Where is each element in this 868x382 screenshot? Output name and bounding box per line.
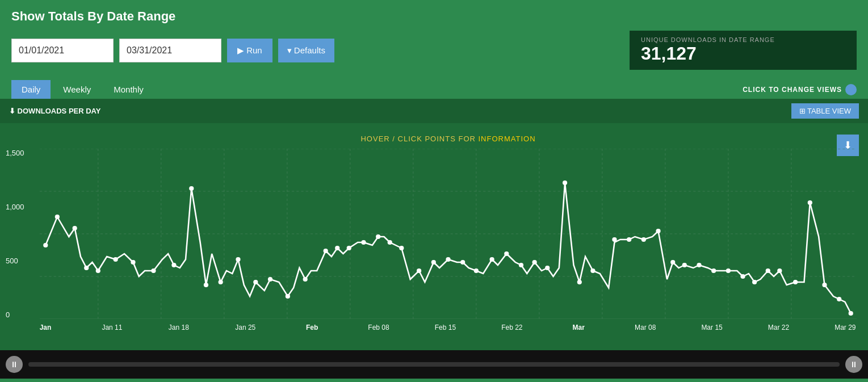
x-label-jan: Jan bbox=[34, 324, 57, 331]
stats-value: 31,127 bbox=[641, 43, 845, 64]
svg-point-41 bbox=[417, 268, 421, 273]
hover-highlight: INFORMATION bbox=[479, 135, 536, 143]
globe-icon bbox=[845, 84, 857, 95]
tabs-container: Daily Weekly Monthly bbox=[11, 80, 154, 99]
svg-point-55 bbox=[627, 237, 631, 242]
chart-svg-container: 1,500 1,000 500 0 bbox=[40, 149, 857, 330]
svg-point-59 bbox=[682, 263, 687, 267]
svg-point-62 bbox=[726, 268, 731, 273]
scroll-track[interactable] bbox=[28, 362, 840, 367]
svg-point-60 bbox=[697, 263, 701, 267]
x-label-mar29: Mar 29 bbox=[834, 324, 857, 331]
x-label-mar22: Mar 22 bbox=[767, 324, 790, 331]
svg-point-27 bbox=[204, 283, 208, 287]
x-label-jan25: Jan 25 bbox=[234, 324, 257, 331]
hover-instruction: HOVER / CLICK POINTS FOR INFORMATION bbox=[40, 135, 857, 143]
scroll-right-handle[interactable]: ⏸ bbox=[845, 356, 862, 373]
svg-point-33 bbox=[303, 277, 308, 282]
svg-point-61 bbox=[711, 268, 716, 273]
svg-point-21 bbox=[96, 268, 100, 273]
run-button[interactable]: ▶ Run bbox=[227, 39, 272, 62]
page-title: Show Totals By Date Range bbox=[11, 9, 857, 24]
x-label-mar: Mar bbox=[567, 324, 590, 331]
svg-point-52 bbox=[577, 280, 582, 284]
svg-point-17 bbox=[43, 243, 48, 247]
x-label-feb22: Feb 22 bbox=[501, 324, 523, 331]
y-label-0: 0 bbox=[6, 310, 24, 319]
chart-header: ⬇ DOWNLOADS PER DAY ⊞ TABLE VIEW bbox=[0, 99, 868, 123]
svg-point-25 bbox=[171, 263, 176, 267]
y-label-1500: 1,500 bbox=[6, 149, 24, 157]
svg-point-49 bbox=[532, 260, 537, 265]
svg-point-70 bbox=[837, 297, 841, 301]
svg-point-53 bbox=[590, 268, 595, 273]
downloads-per-day-label: ⬇ DOWNLOADS PER DAY bbox=[9, 107, 100, 115]
stats-label: UNIQUE DOWNLOADS IN DATE RANGE bbox=[641, 36, 845, 43]
chart-area: HOVER / CLICK POINTS FOR INFORMATION ⬇ 1… bbox=[0, 123, 868, 350]
svg-point-48 bbox=[519, 263, 523, 267]
scrollbar-row: ⏸ ⏸ bbox=[0, 350, 868, 379]
change-views-label: CLICK TO CHANGE VIEWS bbox=[743, 86, 842, 94]
svg-point-64 bbox=[752, 280, 757, 284]
svg-point-57 bbox=[656, 229, 660, 233]
svg-point-67 bbox=[793, 280, 798, 284]
svg-point-28 bbox=[219, 280, 223, 284]
svg-point-54 bbox=[612, 237, 617, 242]
x-label-feb08: Feb 08 bbox=[367, 324, 390, 331]
svg-point-47 bbox=[504, 251, 509, 256]
end-date-input[interactable] bbox=[119, 39, 221, 62]
y-label-1000: 1,000 bbox=[6, 203, 24, 211]
svg-point-71 bbox=[849, 311, 853, 316]
svg-point-40 bbox=[399, 246, 404, 250]
x-label-mar08: Mar 08 bbox=[634, 324, 657, 331]
svg-point-30 bbox=[253, 280, 258, 284]
svg-point-50 bbox=[545, 266, 550, 270]
tab-daily[interactable]: Daily bbox=[11, 80, 51, 99]
change-views-button[interactable]: CLICK TO CHANGE VIEWS bbox=[743, 84, 857, 95]
svg-point-39 bbox=[388, 240, 392, 245]
scroll-left-handle[interactable]: ⏸ bbox=[6, 356, 23, 373]
svg-point-34 bbox=[324, 249, 328, 253]
svg-point-20 bbox=[84, 266, 89, 270]
svg-point-31 bbox=[268, 277, 272, 282]
svg-point-69 bbox=[822, 283, 827, 287]
x-label-jan11: Jan 11 bbox=[100, 324, 123, 331]
svg-point-38 bbox=[376, 234, 380, 239]
defaults-button[interactable]: ▾ Defaults bbox=[278, 39, 334, 62]
svg-point-45 bbox=[474, 268, 479, 273]
y-label-500: 500 bbox=[6, 257, 24, 265]
stats-box: UNIQUE DOWNLOADS IN DATE RANGE 31,127 bbox=[630, 31, 857, 70]
svg-point-43 bbox=[446, 257, 450, 262]
svg-point-63 bbox=[740, 274, 745, 279]
svg-point-42 bbox=[431, 260, 436, 265]
tab-monthly[interactable]: Monthly bbox=[103, 80, 154, 99]
svg-point-56 bbox=[641, 237, 646, 242]
x-label-jan18: Jan 18 bbox=[167, 324, 190, 331]
svg-point-65 bbox=[766, 268, 770, 273]
svg-point-32 bbox=[286, 294, 290, 299]
svg-point-18 bbox=[55, 215, 60, 219]
svg-point-46 bbox=[489, 257, 494, 262]
table-view-button[interactable]: ⊞ TABLE VIEW bbox=[791, 103, 859, 119]
svg-point-68 bbox=[808, 200, 812, 205]
svg-point-35 bbox=[335, 246, 339, 250]
x-label-mar15: Mar 15 bbox=[701, 324, 723, 331]
svg-point-22 bbox=[114, 257, 118, 262]
svg-point-66 bbox=[777, 268, 782, 273]
y-axis-labels: 1,500 1,000 500 0 bbox=[6, 149, 24, 319]
svg-point-37 bbox=[361, 240, 366, 245]
x-label-feb: Feb bbox=[301, 324, 324, 331]
x-label-feb15: Feb 15 bbox=[434, 324, 456, 331]
svg-point-51 bbox=[563, 180, 567, 185]
svg-point-23 bbox=[131, 260, 135, 265]
svg-point-29 bbox=[236, 257, 240, 262]
svg-point-19 bbox=[73, 226, 77, 230]
x-axis-labels: Jan Jan 11 Jan 18 Jan 25 Feb Feb 08 Feb … bbox=[34, 321, 857, 331]
svg-point-36 bbox=[347, 246, 351, 250]
svg-point-26 bbox=[189, 186, 194, 191]
start-date-input[interactable] bbox=[11, 39, 114, 62]
svg-point-24 bbox=[151, 268, 156, 273]
tab-weekly[interactable]: Weekly bbox=[53, 80, 101, 99]
svg-point-58 bbox=[670, 260, 675, 265]
svg-point-44 bbox=[460, 260, 465, 265]
